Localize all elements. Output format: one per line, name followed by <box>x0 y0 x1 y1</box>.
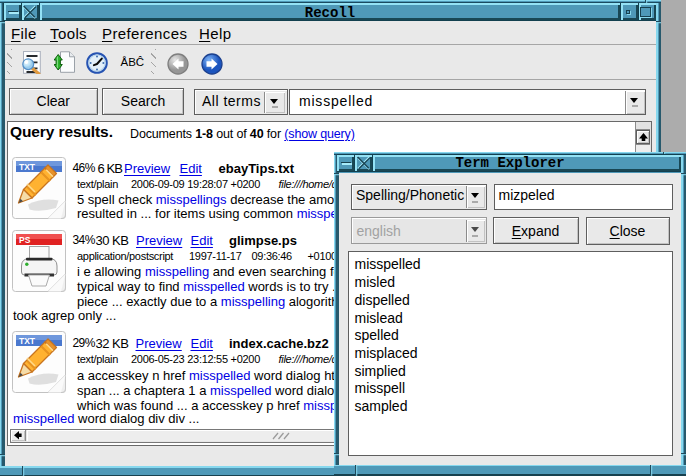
svg-text:TXT: TXT <box>19 336 36 346</box>
svg-text:PS: PS <box>19 234 31 244</box>
svg-text:TXT: TXT <box>19 162 36 172</box>
